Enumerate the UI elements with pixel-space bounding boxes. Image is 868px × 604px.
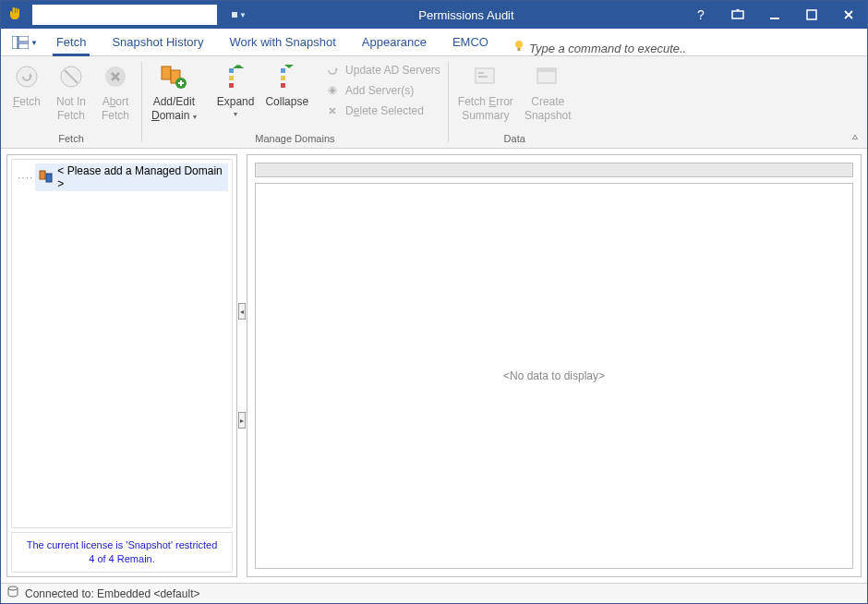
expand-button[interactable]: Expand ▾ — [211, 58, 260, 121]
layout-options-button[interactable]: ▼ — [6, 30, 43, 55]
svg-rect-7 — [517, 48, 520, 51]
ribbon-group-data: Fetch ErrorSummary Create Snapshot Data — [449, 56, 581, 148]
svg-rect-25 — [537, 68, 556, 72]
plus-small-icon — [325, 83, 340, 98]
refresh-small-icon — [325, 63, 340, 78]
ribbon-display-options[interactable] — [719, 1, 756, 29]
servers-plus-icon — [160, 60, 187, 93]
fetch-error-summary-button[interactable]: Fetch ErrorSummary — [452, 58, 519, 125]
svg-rect-26 — [40, 171, 45, 179]
collapse-button[interactable]: Collapse — [259, 58, 314, 111]
add-servers-button[interactable]: Add Server(s) — [321, 80, 444, 101]
ribbon-group-fetch: Fetch Not In Fetch AbortFetch Fetch — [1, 56, 141, 148]
tab-appearance[interactable]: Appearance — [349, 28, 440, 55]
svg-rect-4 — [18, 36, 29, 42]
hand-icon — [8, 6, 23, 24]
grid-empty-text: <No data to display> — [503, 369, 605, 382]
bulb-icon — [501, 40, 529, 55]
domain-tree-panel: ···· < Please add a Managed Domain > The… — [6, 154, 237, 577]
app-window: ▼ Permissions Audit ? ▼ Fetch Snapshot H… — [0, 0, 868, 604]
help-button[interactable]: ? — [682, 1, 719, 29]
content-panel: <No data to display> — [247, 154, 862, 577]
svg-rect-22 — [478, 72, 484, 74]
quick-access-search[interactable] — [32, 5, 217, 25]
abort-fetch-button[interactable]: AbortFetch — [93, 58, 138, 125]
titlebar-left: ▼ — [1, 5, 250, 25]
svg-point-8 — [17, 66, 37, 87]
create-snapshot-button[interactable]: Create Snapshot — [519, 58, 577, 125]
not-in-fetch-button[interactable]: Not In Fetch — [49, 58, 93, 125]
svg-rect-23 — [478, 76, 488, 78]
tab-work-with-snapshot[interactable]: Work with Snapshot — [216, 28, 348, 55]
statusbar: Connected to: Embedded <default> — [1, 583, 867, 603]
quick-access-customize[interactable]: ▼ — [228, 11, 250, 19]
fetch-button[interactable]: Fetch — [5, 58, 49, 111]
tree-root-placeholder[interactable]: < Please add a Managed Domain > — [35, 163, 228, 191]
refresh-slash-icon — [59, 60, 83, 93]
svg-rect-14 — [229, 68, 234, 73]
svg-point-28 — [8, 586, 18, 590]
svg-rect-0 — [732, 11, 743, 18]
close-button[interactable] — [830, 1, 867, 29]
titlebar-controls: ? — [682, 1, 867, 29]
tree-connector: ···· — [16, 171, 35, 184]
svg-point-6 — [515, 41, 523, 48]
svg-rect-17 — [281, 68, 285, 73]
splitter-handle-right[interactable]: ▸ — [238, 412, 246, 429]
add-edit-domain-button[interactable]: Add/EditDomain ▾ — [146, 58, 202, 125]
tab-snapshot-history[interactable]: Snapshot History — [99, 28, 216, 55]
svg-rect-15 — [229, 76, 234, 80]
svg-rect-3 — [12, 36, 18, 49]
svg-rect-18 — [281, 76, 285, 80]
expand-tree-icon — [223, 60, 247, 93]
update-ad-servers-button[interactable]: Update AD Servers — [321, 60, 444, 80]
splitter-handle-left[interactable]: ◂ — [238, 303, 246, 320]
svg-rect-5 — [18, 43, 29, 49]
stop-icon — [103, 60, 127, 93]
collapse-ribbon-button[interactable]: ㅿ — [850, 131, 860, 144]
svg-rect-27 — [46, 174, 52, 182]
ribbon: Fetch Not In Fetch AbortFetch Fetch — [1, 56, 867, 149]
ribbon-group-manage-domains: Add/EditDomain ▾ Expand ▾ Collapse — [142, 56, 448, 148]
command-exec-box[interactable]: Type a command to execute.. — [529, 42, 686, 55]
titlebar: ▼ Permissions Audit ? — [1, 1, 867, 29]
grid-header[interactable] — [255, 163, 853, 177]
splitter[interactable]: ◂ ▸ — [237, 154, 247, 577]
body-area: ···· < Please add a Managed Domain > The… — [1, 149, 867, 583]
svg-rect-16 — [229, 83, 234, 88]
snapshot-icon — [535, 60, 561, 93]
collapse-tree-icon — [275, 60, 299, 93]
license-info: The current license is 'Snapshot' restri… — [11, 532, 233, 573]
ribbon-tabstrip: ▼ Fetch Snapshot History Work with Snaps… — [1, 29, 867, 56]
tab-fetch[interactable]: Fetch — [43, 28, 100, 55]
domain-tree[interactable]: ···· < Please add a Managed Domain > — [11, 159, 233, 528]
delete-selected-button[interactable]: Delete Selected — [321, 101, 444, 121]
grid-body: <No data to display> — [255, 183, 853, 569]
db-icon — [6, 586, 19, 601]
status-connected-text: Connected to: Embedded <default> — [25, 587, 199, 600]
svg-rect-19 — [281, 83, 285, 88]
svg-rect-2 — [807, 10, 816, 19]
svg-rect-11 — [162, 66, 171, 79]
servers-small-icon — [39, 169, 54, 187]
minimize-button[interactable] — [756, 1, 793, 29]
svg-rect-1 — [770, 18, 779, 19]
tab-emco[interactable]: EMCO — [440, 28, 501, 55]
report-icon — [473, 60, 499, 93]
maximize-button[interactable] — [793, 1, 830, 29]
delete-small-icon — [325, 103, 340, 118]
window-title: Permissions Audit — [250, 8, 682, 22]
refresh-icon — [15, 60, 39, 93]
